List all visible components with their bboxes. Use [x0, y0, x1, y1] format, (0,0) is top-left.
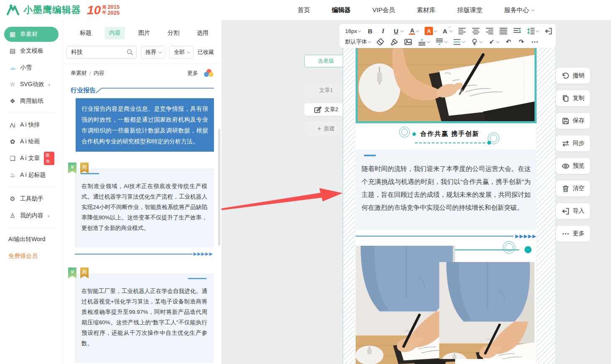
filters: 推荐全部已收藏	[141, 46, 214, 59]
search-input[interactable]	[66, 46, 137, 59]
tab-分割[interactable]: 分割	[163, 27, 183, 39]
redo-small-button[interactable]: ↷	[517, 37, 526, 46]
action-撤销[interactable]: 撤销	[556, 68, 590, 84]
first-indent-button[interactable]	[452, 38, 466, 46]
more-link[interactable]: 更多	[187, 69, 198, 77]
nav-item-编辑器[interactable]: 编辑器	[332, 6, 351, 14]
indent-button[interactable]	[512, 27, 522, 36]
material-card[interactable]: 行业报告内容是商业信息、是竞争情报，具有很强的时效性，一般都是通过国家政府机构及…	[76, 98, 214, 152]
anniversary-unit-bottom: 年	[102, 10, 106, 15]
action-保存[interactable]: 保存	[556, 113, 590, 129]
sidebar-item-我的内容[interactable]: ♙我的内容›	[4, 208, 59, 223]
title-line-deco	[96, 87, 214, 96]
align-justify-button[interactable]	[499, 27, 508, 36]
material-card[interactable]: ν商在制造业领域，AI技术正在彻底改变传统生产模式。通过机器学习算法优化生产流程…	[71, 168, 214, 257]
main-nav: 首页编辑器VIP会员素材库排版课堂服务中心	[298, 0, 534, 20]
action-预览[interactable]: 预览	[556, 158, 590, 174]
doc-tab-文章2[interactable]: 文章2	[304, 103, 348, 116]
sidebar-item-label: 商用贴纸	[20, 97, 43, 105]
underline-button[interactable]: U	[392, 27, 404, 36]
sidebar-item-label: 单素材	[20, 31, 38, 38]
sidebar-item-工具助手[interactable]: ⚙工具助手	[4, 191, 59, 206]
sidebar-item-商用贴纸[interactable]: ❖商用贴纸	[4, 94, 59, 109]
chevron-down-icon	[536, 28, 539, 32]
action-导入[interactable]: 导入	[556, 203, 590, 219]
nav-item-排版课堂[interactable]: 排版课堂	[457, 6, 482, 14]
tab-图片[interactable]: 图片	[134, 27, 154, 39]
go-old-version-button[interactable]: 去老版	[304, 55, 348, 67]
spacing-top-button[interactable]	[417, 38, 430, 46]
sidebar-item-SVG动效[interactable]: ☆SVG动效›	[4, 77, 59, 92]
font-family-select[interactable]: 默认字体	[344, 37, 372, 46]
article-paragraph-box[interactable]: 随着时间的流转，我们迎来了本季度的公司运营大会。在这个充满挑战与机遇的时刻，我们…	[356, 150, 537, 230]
filter-dropdown-推荐[interactable]: 推荐	[141, 46, 165, 59]
chevron-down-icon	[368, 39, 371, 43]
sidebar-item-A i 文章[interactable]: ❏A i 文章限免	[4, 151, 59, 166]
undo-small-button[interactable]: ↶	[504, 37, 513, 46]
material-card-body[interactable]: 在智能工厂里，工业机器人正在学会自我进化。通过机器视觉+强化学习算法，某电子设备…	[75, 273, 214, 363]
breadcrumb-separator: /	[89, 70, 91, 76]
filter-dropdown-全部[interactable]: 全部	[169, 46, 193, 59]
doc-tab-文章1[interactable]: 文章1	[304, 84, 348, 97]
color-palette-icon[interactable]	[204, 69, 214, 77]
line-height-button[interactable]	[526, 27, 540, 36]
action-同步[interactable]: 同步	[556, 135, 590, 151]
sidebar-item-A i 绘画[interactable]: ✿A i 绘画	[4, 134, 59, 149]
article-hero-image[interactable]	[356, 48, 537, 123]
font-size-select[interactable]: 16px	[344, 27, 362, 35]
action-清空[interactable]: 清空	[556, 181, 590, 196]
new-doc-button[interactable]: + 新建	[304, 122, 348, 135]
panel-scrollbar[interactable]	[218, 129, 220, 246]
nav-item-服务中心[interactable]: 服务中心	[504, 6, 534, 14]
letter-spacing-button[interactable]: A	[442, 27, 453, 36]
material-card-body[interactable]: 在制造业领域，AI技术正在彻底改变传统生产模式。通过机器学习算法优化生产流程，工…	[75, 168, 214, 247]
highlight-color-button[interactable]: A	[424, 26, 438, 36]
doc-tab-label: 文章1	[319, 87, 333, 94]
format-painter-button[interactable]	[390, 38, 399, 46]
tab-选用[interactable]: 选用	[193, 27, 213, 39]
align-center-button[interactable]	[471, 27, 481, 36]
align-right-button[interactable]	[485, 27, 494, 36]
search-icon[interactable]	[127, 49, 133, 56]
sidebar-item-免费领会员[interactable]: 免费领会员	[4, 249, 59, 264]
clear-format-button[interactable]	[376, 38, 385, 46]
toolbar-more-button[interactable]	[530, 38, 540, 46]
action-更多[interactable]: 更多	[556, 226, 590, 242]
sidebar-item-小雪[interactable]: ☁小雪	[4, 60, 59, 75]
ai-title-icon: ♨	[8, 171, 17, 179]
chevron-right-icon: ›	[48, 213, 49, 219]
tab-标题[interactable]: 标题	[76, 27, 96, 39]
italic-button[interactable]: I	[379, 27, 387, 36]
sidebar-item-A i 快排[interactable]: ΛiA i 快排	[4, 117, 59, 132]
filter-link-已收藏[interactable]: 已收藏	[198, 48, 214, 56]
action-复制[interactable]: 复制	[556, 90, 590, 106]
nav-item-label: 排版课堂	[457, 6, 482, 14]
sidebar-item-单素材[interactable]: ▦单素材	[4, 27, 59, 42]
insert-image-button[interactable]	[403, 38, 413, 46]
article-photo-right[interactable]	[439, 262, 535, 359]
sidebar-item-全文模板[interactable]: ▤全文模板	[4, 43, 59, 59]
nav-item-首页[interactable]: 首页	[298, 6, 310, 14]
svg-motion-icon: ☆	[8, 81, 17, 88]
editor-canvas[interactable]: 合作共赢 携手创新 随着时间的流转，我们迎来了本季度的公司运营大会。在这个充满挑…	[343, 48, 556, 364]
spacing-bottom-button[interactable]	[435, 38, 448, 46]
app-root: 小墨鹰编辑器 10 周 年 2015 2025 首页编辑器VIP会员素材库排版课…	[0, 0, 611, 364]
sidebar-item-AI输出转Word[interactable]: AI输出转Word	[4, 232, 59, 247]
breadcrumb-root[interactable]: 单素材	[71, 69, 87, 77]
material-card[interactable]: ν商在智能工厂里，工业机器人正在学会自我进化。通过机器视觉+强化学习算法，某电子…	[71, 273, 214, 364]
page-margin-button[interactable]	[544, 27, 553, 36]
sidebar-item-A i 起标题[interactable]: ♨A i 起标题	[4, 168, 59, 183]
tab-内容[interactable]: 内容	[105, 27, 125, 39]
edit-icon	[314, 106, 322, 113]
nav-item-VIP会员[interactable]: VIP会员	[372, 6, 395, 14]
logo[interactable]: 小墨鹰编辑器	[0, 4, 81, 16]
nav-item-素材库[interactable]: 素材库	[417, 6, 435, 14]
font-color-button[interactable]: A	[408, 27, 420, 36]
align-left-icon	[458, 28, 466, 35]
highlight-tool-button[interactable]	[470, 38, 483, 46]
article-title-row[interactable]: 合作共赢 携手创新	[356, 130, 537, 138]
align-left-button[interactable]	[457, 27, 467, 36]
user-icon: ♙	[8, 212, 17, 219]
bold-button[interactable]: B	[366, 27, 374, 36]
corner-arrow-button[interactable]: ↙	[487, 37, 500, 46]
